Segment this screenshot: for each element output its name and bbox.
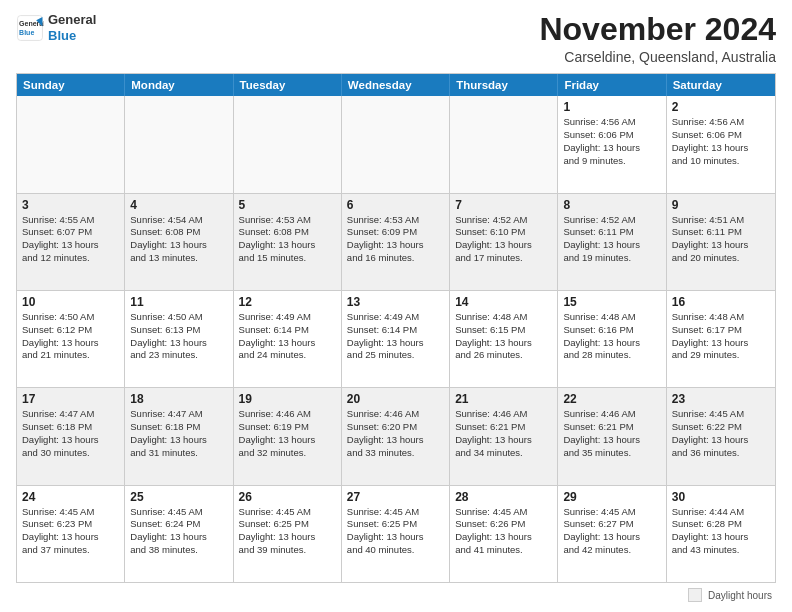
- calendar-cell: 3Sunrise: 4:55 AM Sunset: 6:07 PM Daylig…: [17, 194, 125, 290]
- calendar-cell: 24Sunrise: 4:45 AM Sunset: 6:23 PM Dayli…: [17, 486, 125, 582]
- calendar-row-4: 24Sunrise: 4:45 AM Sunset: 6:23 PM Dayli…: [17, 485, 775, 582]
- day-number: 4: [130, 198, 227, 212]
- calendar-cell: 21Sunrise: 4:46 AM Sunset: 6:21 PM Dayli…: [450, 388, 558, 484]
- page: General Blue General Blue November 2024 …: [0, 0, 792, 612]
- calendar-cell: 6Sunrise: 4:53 AM Sunset: 6:09 PM Daylig…: [342, 194, 450, 290]
- cell-info: Sunrise: 4:47 AM Sunset: 6:18 PM Dayligh…: [130, 408, 227, 459]
- cell-info: Sunrise: 4:46 AM Sunset: 6:20 PM Dayligh…: [347, 408, 444, 459]
- calendar-row-1: 3Sunrise: 4:55 AM Sunset: 6:07 PM Daylig…: [17, 193, 775, 290]
- weekday-header-wednesday: Wednesday: [342, 74, 450, 96]
- cell-info: Sunrise: 4:46 AM Sunset: 6:21 PM Dayligh…: [455, 408, 552, 459]
- logo-line2: Blue: [48, 28, 96, 44]
- cell-info: Sunrise: 4:50 AM Sunset: 6:12 PM Dayligh…: [22, 311, 119, 362]
- day-number: 29: [563, 490, 660, 504]
- calendar-cell: 23Sunrise: 4:45 AM Sunset: 6:22 PM Dayli…: [667, 388, 775, 484]
- title-block: November 2024 Carseldine, Queensland, Au…: [539, 12, 776, 65]
- day-number: 20: [347, 392, 444, 406]
- header: General Blue General Blue November 2024 …: [16, 12, 776, 65]
- cell-info: Sunrise: 4:44 AM Sunset: 6:28 PM Dayligh…: [672, 506, 770, 557]
- cell-info: Sunrise: 4:50 AM Sunset: 6:13 PM Dayligh…: [130, 311, 227, 362]
- footer: Daylight hours: [16, 588, 776, 602]
- cell-info: Sunrise: 4:51 AM Sunset: 6:11 PM Dayligh…: [672, 214, 770, 265]
- day-number: 28: [455, 490, 552, 504]
- weekday-header-friday: Friday: [558, 74, 666, 96]
- calendar-cell: 20Sunrise: 4:46 AM Sunset: 6:20 PM Dayli…: [342, 388, 450, 484]
- calendar-cell: 22Sunrise: 4:46 AM Sunset: 6:21 PM Dayli…: [558, 388, 666, 484]
- day-number: 17: [22, 392, 119, 406]
- day-number: 26: [239, 490, 336, 504]
- cell-info: Sunrise: 4:49 AM Sunset: 6:14 PM Dayligh…: [239, 311, 336, 362]
- weekday-header-tuesday: Tuesday: [234, 74, 342, 96]
- cell-info: Sunrise: 4:45 AM Sunset: 6:27 PM Dayligh…: [563, 506, 660, 557]
- day-number: 12: [239, 295, 336, 309]
- calendar-cell: 9Sunrise: 4:51 AM Sunset: 6:11 PM Daylig…: [667, 194, 775, 290]
- calendar-cell: 14Sunrise: 4:48 AM Sunset: 6:15 PM Dayli…: [450, 291, 558, 387]
- logo-icon: General Blue: [16, 14, 44, 42]
- day-number: 19: [239, 392, 336, 406]
- day-number: 8: [563, 198, 660, 212]
- calendar-cell: [234, 96, 342, 192]
- day-number: 3: [22, 198, 119, 212]
- day-number: 10: [22, 295, 119, 309]
- cell-info: Sunrise: 4:49 AM Sunset: 6:14 PM Dayligh…: [347, 311, 444, 362]
- calendar-row-3: 17Sunrise: 4:47 AM Sunset: 6:18 PM Dayli…: [17, 387, 775, 484]
- calendar-cell: 16Sunrise: 4:48 AM Sunset: 6:17 PM Dayli…: [667, 291, 775, 387]
- legend: Daylight hours: [688, 588, 772, 602]
- cell-info: Sunrise: 4:45 AM Sunset: 6:25 PM Dayligh…: [239, 506, 336, 557]
- calendar-cell: 30Sunrise: 4:44 AM Sunset: 6:28 PM Dayli…: [667, 486, 775, 582]
- cell-info: Sunrise: 4:55 AM Sunset: 6:07 PM Dayligh…: [22, 214, 119, 265]
- cell-info: Sunrise: 4:56 AM Sunset: 6:06 PM Dayligh…: [563, 116, 660, 167]
- weekday-header-sunday: Sunday: [17, 74, 125, 96]
- calendar-cell: 26Sunrise: 4:45 AM Sunset: 6:25 PM Dayli…: [234, 486, 342, 582]
- weekday-header-monday: Monday: [125, 74, 233, 96]
- day-number: 21: [455, 392, 552, 406]
- cell-info: Sunrise: 4:48 AM Sunset: 6:15 PM Dayligh…: [455, 311, 552, 362]
- calendar-body: 1Sunrise: 4:56 AM Sunset: 6:06 PM Daylig…: [17, 96, 775, 582]
- cell-info: Sunrise: 4:47 AM Sunset: 6:18 PM Dayligh…: [22, 408, 119, 459]
- cell-info: Sunrise: 4:53 AM Sunset: 6:09 PM Dayligh…: [347, 214, 444, 265]
- calendar-cell: 1Sunrise: 4:56 AM Sunset: 6:06 PM Daylig…: [558, 96, 666, 192]
- calendar-cell: 27Sunrise: 4:45 AM Sunset: 6:25 PM Dayli…: [342, 486, 450, 582]
- calendar-cell: 17Sunrise: 4:47 AM Sunset: 6:18 PM Dayli…: [17, 388, 125, 484]
- calendar-cell: 18Sunrise: 4:47 AM Sunset: 6:18 PM Dayli…: [125, 388, 233, 484]
- cell-info: Sunrise: 4:45 AM Sunset: 6:24 PM Dayligh…: [130, 506, 227, 557]
- calendar-cell: 2Sunrise: 4:56 AM Sunset: 6:06 PM Daylig…: [667, 96, 775, 192]
- calendar-cell: 7Sunrise: 4:52 AM Sunset: 6:10 PM Daylig…: [450, 194, 558, 290]
- calendar-cell: [342, 96, 450, 192]
- legend-box: [688, 588, 702, 602]
- weekday-header-saturday: Saturday: [667, 74, 775, 96]
- month-title: November 2024: [539, 12, 776, 47]
- calendar-cell: 19Sunrise: 4:46 AM Sunset: 6:19 PM Dayli…: [234, 388, 342, 484]
- calendar-cell: 28Sunrise: 4:45 AM Sunset: 6:26 PM Dayli…: [450, 486, 558, 582]
- day-number: 6: [347, 198, 444, 212]
- cell-info: Sunrise: 4:46 AM Sunset: 6:21 PM Dayligh…: [563, 408, 660, 459]
- logo-line1: General: [48, 12, 96, 28]
- day-number: 22: [563, 392, 660, 406]
- cell-info: Sunrise: 4:52 AM Sunset: 6:11 PM Dayligh…: [563, 214, 660, 265]
- cell-info: Sunrise: 4:52 AM Sunset: 6:10 PM Dayligh…: [455, 214, 552, 265]
- logo-text: General Blue: [48, 12, 96, 43]
- calendar-cell: 15Sunrise: 4:48 AM Sunset: 6:16 PM Dayli…: [558, 291, 666, 387]
- cell-info: Sunrise: 4:46 AM Sunset: 6:19 PM Dayligh…: [239, 408, 336, 459]
- cell-info: Sunrise: 4:54 AM Sunset: 6:08 PM Dayligh…: [130, 214, 227, 265]
- legend-label: Daylight hours: [708, 590, 772, 601]
- calendar-cell: 5Sunrise: 4:53 AM Sunset: 6:08 PM Daylig…: [234, 194, 342, 290]
- day-number: 2: [672, 100, 770, 114]
- calendar-row-0: 1Sunrise: 4:56 AM Sunset: 6:06 PM Daylig…: [17, 96, 775, 192]
- calendar-cell: 8Sunrise: 4:52 AM Sunset: 6:11 PM Daylig…: [558, 194, 666, 290]
- calendar-cell: 29Sunrise: 4:45 AM Sunset: 6:27 PM Dayli…: [558, 486, 666, 582]
- day-number: 5: [239, 198, 336, 212]
- day-number: 23: [672, 392, 770, 406]
- calendar-cell: 25Sunrise: 4:45 AM Sunset: 6:24 PM Dayli…: [125, 486, 233, 582]
- day-number: 15: [563, 295, 660, 309]
- logo: General Blue General Blue: [16, 12, 96, 43]
- calendar-cell: [17, 96, 125, 192]
- calendar-header: SundayMondayTuesdayWednesdayThursdayFrid…: [17, 74, 775, 96]
- calendar: SundayMondayTuesdayWednesdayThursdayFrid…: [16, 73, 776, 583]
- svg-text:Blue: Blue: [19, 29, 34, 36]
- day-number: 1: [563, 100, 660, 114]
- cell-info: Sunrise: 4:45 AM Sunset: 6:23 PM Dayligh…: [22, 506, 119, 557]
- calendar-cell: 12Sunrise: 4:49 AM Sunset: 6:14 PM Dayli…: [234, 291, 342, 387]
- cell-info: Sunrise: 4:48 AM Sunset: 6:17 PM Dayligh…: [672, 311, 770, 362]
- calendar-cell: 10Sunrise: 4:50 AM Sunset: 6:12 PM Dayli…: [17, 291, 125, 387]
